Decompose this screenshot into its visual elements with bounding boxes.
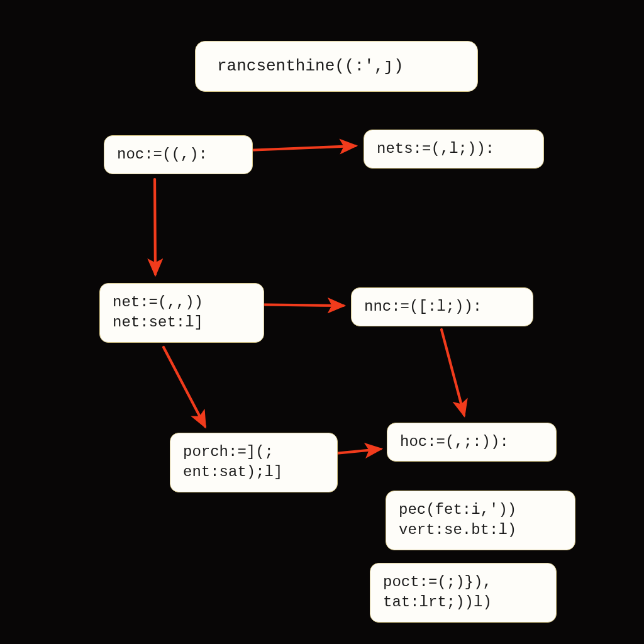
- node-nets: nets:=(,l;)):: [364, 130, 544, 169]
- node-porch: porch:=](; ent:sat);l]: [170, 433, 338, 492]
- arrow-net-to-porch: [164, 347, 205, 426]
- node-nnc: nnc:=([:l;)):: [351, 287, 533, 326]
- arrow-noc-to-net: [155, 179, 155, 274]
- node-poct: poct:=(;)}), tat:lrt;))l): [370, 563, 557, 623]
- node-noc: noc:=((,):: [104, 135, 253, 174]
- arrow-nnc-to-hoc: [441, 330, 464, 415]
- diagram-canvas: rancsenthine((:',ȷ) noc:=((,): nets:=(,l…: [0, 0, 644, 644]
- node-title: rancsenthine((:',ȷ): [195, 41, 478, 92]
- node-net: net:=(,,)) net:set:l]: [99, 283, 264, 343]
- node-hoc: hoc:=(,;:)):: [387, 423, 557, 462]
- node-pec: pec(fet:i,')) vert:se.bt:l): [386, 491, 575, 550]
